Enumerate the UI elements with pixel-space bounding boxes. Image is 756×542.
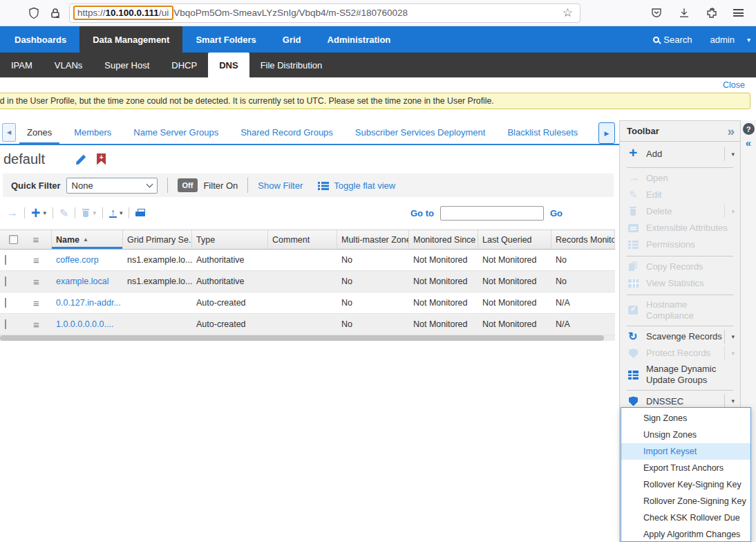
pocket-save-icon[interactable]: [650, 7, 663, 19]
dnssec-menu-item[interactable]: Check KSK Rollover Due: [621, 510, 750, 526]
toolbar-item[interactable]: [627, 295, 733, 295]
dropdown-caret-icon[interactable]: ▾: [724, 147, 737, 161]
zone-name-link[interactable]: coffee.corp: [56, 255, 99, 265]
subnav-item[interactable]: File Distribution: [249, 53, 334, 77]
row-grip-icon[interactable]: ≡: [21, 297, 52, 309]
subnav-item[interactable]: DHCP: [160, 53, 208, 77]
toolbar-item[interactable]: View Statistics: [620, 275, 740, 292]
filter-on-toggle[interactable]: Off: [178, 178, 198, 192]
column-header-multi-master[interactable]: Multi-master Zone: [337, 230, 409, 249]
toolbar-item[interactable]: [627, 167, 733, 168]
bookmark-star-icon[interactable]: ☆: [563, 6, 573, 20]
delete-button[interactable]: ▾: [82, 208, 96, 218]
tab[interactable]: Shared Record Groups: [229, 120, 344, 144]
browser-menu-icon[interactable]: [733, 9, 744, 17]
toolbar-item[interactable]: Delete ▾: [620, 203, 740, 220]
tab[interactable]: Blacklist Rulesets: [496, 120, 589, 144]
toolbar-item[interactable]: Open: [620, 170, 740, 187]
tab[interactable]: Name Server Groups: [122, 120, 229, 144]
tracking-shield-icon[interactable]: [28, 7, 40, 19]
column-header-monitored-since[interactable]: Monitored Since: [409, 230, 478, 249]
edit-title-pencil-icon[interactable]: [75, 153, 87, 165]
toolbar-item[interactable]: Manage Dynamic Update Groups: [620, 362, 740, 387]
column-header-type[interactable]: Type: [192, 230, 268, 249]
nav-item[interactable]: Grid: [270, 26, 314, 53]
toolbar-item[interactable]: [627, 256, 733, 256]
toolbar-item[interactable]: Edit: [620, 187, 740, 203]
lock-icon[interactable]: [50, 8, 61, 19]
url-bar[interactable]: https://10.100.0.111/ui VbqoPm5Om-SmeavL…: [69, 3, 580, 23]
nav-item[interactable]: Data Management: [79, 26, 182, 53]
dropdown-caret-icon[interactable]: ▾: [724, 330, 737, 344]
collapse-toolbar-icon[interactable]: »: [727, 124, 733, 139]
user-caret-icon[interactable]: ▾: [747, 36, 750, 44]
downloads-icon[interactable]: [678, 7, 690, 19]
dnssec-menu-item[interactable]: Rollover Key-Signing Key: [621, 476, 750, 493]
dnssec-menu-item[interactable]: Export Trust Anchors: [621, 460, 750, 476]
column-header-name[interactable]: Name▲: [52, 230, 123, 249]
show-filter-link[interactable]: Show Filter: [258, 180, 303, 191]
dnssec-menu-item[interactable]: Unsign Zones: [621, 427, 750, 443]
row-grip-icon[interactable]: ≡: [21, 254, 52, 266]
subnav-item[interactable]: VLANs: [44, 53, 93, 77]
dropdown-caret-icon[interactable]: ▾: [724, 205, 737, 218]
toolbar-item[interactable]: Extensible Attributes: [620, 220, 740, 236]
dropdown-caret-icon[interactable]: ▾: [724, 394, 737, 408]
select-all-checkbox[interactable]: [9, 235, 18, 244]
subnav-item[interactable]: IPAM: [0, 53, 44, 77]
add-caret-icon[interactable]: ▾: [43, 209, 46, 216]
help-icon[interactable]: ?: [743, 123, 755, 135]
row-grip-icon[interactable]: ≡: [21, 319, 52, 330]
extensions-puzzle-icon[interactable]: [706, 7, 718, 19]
horizontal-scrollbar[interactable]: [0, 335, 615, 341]
delete-caret-icon[interactable]: ▾: [93, 209, 96, 216]
column-header-comment[interactable]: Comment: [268, 230, 337, 249]
collapse-panel-icon[interactable]: «: [746, 137, 751, 149]
zone-name-link[interactable]: 0.0.127.in-addr...: [56, 298, 121, 308]
column-header-last-queried[interactable]: Last Queried: [478, 230, 551, 249]
nav-item[interactable]: Administration: [314, 26, 404, 53]
header-grip-icon[interactable]: ≡: [21, 230, 52, 249]
column-header-grid-primary[interactable]: Grid Primary Se...: [123, 230, 192, 249]
quick-filter-select[interactable]: None: [66, 178, 158, 194]
toolbar-item[interactable]: [627, 326, 733, 326]
global-search-button[interactable]: Search: [653, 35, 692, 45]
row-checkbox[interactable]: [5, 277, 6, 286]
tab[interactable]: Zones: [16, 120, 63, 144]
dnssec-menu-item[interactable]: Import Keyset: [621, 443, 750, 460]
tab[interactable]: Subscriber Services Deployment: [344, 120, 497, 144]
zone-name-link[interactable]: 1.0.0.0.0.0.0....: [56, 319, 113, 329]
tab-scroll-left-button[interactable]: ◀: [2, 123, 16, 142]
tab[interactable]: Members: [63, 120, 122, 144]
tab[interactable]: DNS64 Groups: [589, 120, 598, 144]
tab-scroll-right-button[interactable]: ▶: [598, 122, 615, 144]
toolbar-item[interactable]: [627, 390, 733, 391]
goto-input[interactable]: [440, 206, 544, 221]
toolbar-item[interactable]: Add ▾: [620, 144, 740, 165]
bookmark-add-icon[interactable]: +: [97, 153, 106, 165]
subnav-item[interactable]: DNS: [208, 53, 249, 77]
row-checkbox[interactable]: [5, 298, 6, 308]
nav-item[interactable]: Dashboards: [1, 26, 79, 53]
dropdown-caret-icon[interactable]: ▾: [724, 346, 737, 360]
column-header-records-monitored[interactable]: Records Monitored: [551, 230, 615, 249]
open-button[interactable]: →: [7, 207, 18, 219]
add-button[interactable]: +▾: [31, 207, 46, 219]
row-checkbox[interactable]: [5, 319, 6, 329]
print-button[interactable]: [135, 209, 145, 218]
toolbar-item[interactable]: Scavenge Records ▾: [620, 328, 740, 345]
scrollbar-thumb[interactable]: [0, 335, 604, 341]
edit-button[interactable]: ✎: [59, 207, 68, 220]
row-checkbox[interactable]: [5, 255, 6, 265]
toolbar-item[interactable]: Permissions: [620, 236, 740, 253]
dnssec-menu-item[interactable]: Rollover Zone-Signing Key: [621, 493, 750, 510]
nav-item[interactable]: Smart Folders: [182, 26, 269, 53]
export-caret-icon[interactable]: ▾: [120, 209, 123, 216]
user-menu[interactable]: admin: [710, 35, 735, 45]
toolbar-item[interactable]: Copy Records: [620, 259, 740, 275]
close-link[interactable]: Close: [723, 80, 745, 90]
subnav-item[interactable]: Super Host: [93, 53, 160, 77]
toolbar-item[interactable]: Protect Records ▾: [620, 345, 740, 362]
toolbar-item[interactable]: Hostname Compliance: [620, 297, 740, 323]
toggle-flat-view-link[interactable]: Toggle flat view: [334, 180, 395, 191]
